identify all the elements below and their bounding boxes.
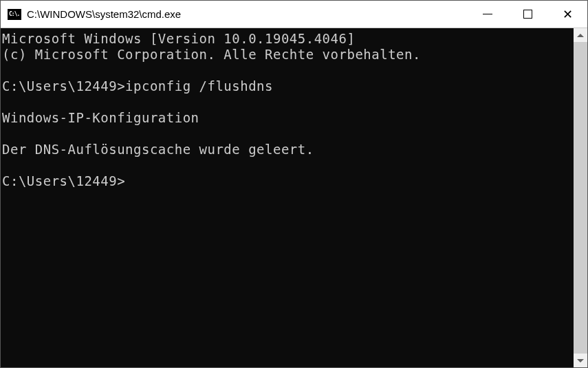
scrollbar-track[interactable] (574, 42, 587, 354)
terminal-line: C:\Users\12449> (2, 173, 125, 188)
chevron-up-icon (577, 34, 584, 37)
titlebar[interactable]: C:\. C:\WINDOWS\system32\cmd.exe ✕ (1, 1, 587, 28)
cmd-window: C:\. C:\WINDOWS\system32\cmd.exe ✕ Micro… (0, 0, 588, 368)
window-title: C:\WINDOWS\system32\cmd.exe (27, 8, 468, 20)
window-controls: ✕ (468, 1, 587, 28)
maximize-icon (523, 10, 532, 19)
terminal-area: Microsoft Windows [Version 10.0.19045.40… (1, 28, 587, 367)
terminal-line: C:\Users\12449>ipconfig /flushdns (2, 78, 273, 94)
cmd-icon-text: C:\. (9, 11, 19, 17)
chevron-down-icon (577, 359, 584, 362)
maximize-button[interactable] (508, 1, 547, 28)
terminal-content[interactable]: Microsoft Windows [Version 10.0.19045.40… (1, 28, 574, 367)
terminal-line: Windows-IP-Konfiguration (2, 110, 199, 125)
vertical-scrollbar[interactable] (574, 28, 587, 367)
scrollbar-down-button[interactable] (574, 354, 587, 367)
terminal-line: (c) Microsoft Corporation. Alle Rechte v… (2, 47, 421, 62)
scrollbar-thumb[interactable] (574, 42, 587, 354)
scrollbar-up-button[interactable] (574, 28, 587, 42)
minimize-icon (483, 14, 492, 14)
minimize-button[interactable] (468, 1, 508, 28)
cmd-icon: C:\. (8, 9, 21, 20)
close-button[interactable]: ✕ (547, 1, 587, 28)
close-icon: ✕ (563, 8, 573, 21)
terminal-line: Der DNS-Auflösungscache wurde geleert. (2, 142, 314, 157)
terminal-line: Microsoft Windows [Version 10.0.19045.40… (2, 31, 355, 46)
